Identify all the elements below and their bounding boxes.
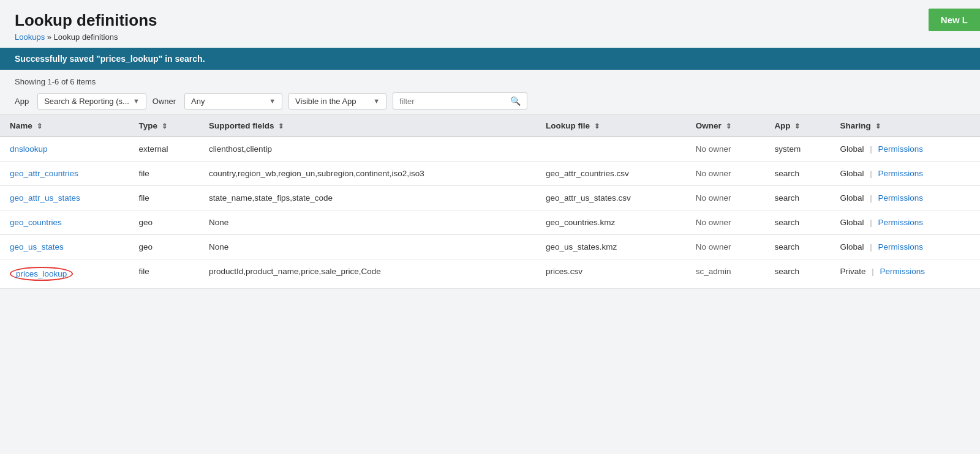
owner-sort-icon: ⇕: [726, 122, 731, 130]
row-supported-fields-cell: None: [199, 210, 536, 235]
pipe-separator: |: [870, 242, 872, 251]
owner-filter-label: Owner: [153, 97, 176, 106]
row-name-cell: prices_lookup: [0, 259, 129, 289]
row-type-cell: external: [129, 137, 199, 162]
row-app-cell: search: [764, 210, 830, 235]
col-header-type[interactable]: Type ⇕: [129, 115, 199, 137]
filter-input-wrap[interactable]: 🔍: [393, 92, 527, 110]
col-header-sharing[interactable]: Sharing ⇕: [831, 115, 981, 137]
table-header-row: Name ⇕ Type ⇕ Supported fields ⇕ Lookup …: [0, 115, 980, 137]
row-lookup-file-cell: geo_countries.kmz: [536, 210, 686, 235]
row-sharing-cell: Global | Permissions: [831, 162, 981, 186]
lookup-name-link[interactable]: dnslookup: [10, 144, 48, 154]
lookup-name-link[interactable]: geo_attr_countries: [10, 169, 78, 178]
row-app-cell: search: [764, 186, 830, 210]
table-row: geo_attr_us_statesfilestate_name,state_f…: [0, 186, 980, 210]
row-app-cell: search: [764, 259, 830, 289]
toolbar: Showing 1-6 of 6 items App Search & Repo…: [0, 70, 980, 114]
table-row: geo_attr_countriesfilecountry,region_wb,…: [0, 162, 980, 186]
table-row: geo_us_statesgeoNonegeo_us_states.kmzNo …: [0, 235, 980, 259]
app-filter-value: Search & Reporting (s...: [44, 97, 129, 106]
col-header-lookup-file[interactable]: Lookup file ⇕: [536, 115, 686, 137]
row-app-cell: system: [764, 137, 830, 162]
supported-fields-sort-icon: ⇕: [278, 122, 284, 130]
app-sort-icon: ⇕: [794, 122, 800, 130]
showing-label: Showing 1-6 of 6 items: [15, 77, 965, 86]
permissions-link[interactable]: Permissions: [878, 144, 924, 154]
lookup-name-link[interactable]: geo_countries: [10, 218, 62, 227]
new-lookup-button[interactable]: New L: [929, 9, 980, 31]
app-filter-chevron: ▼: [133, 97, 140, 105]
permissions-link[interactable]: Permissions: [878, 169, 924, 178]
row-type-cell: file: [129, 186, 199, 210]
row-owner-cell: No owner: [686, 162, 765, 186]
lookup-name-link[interactable]: geo_attr_us_states: [10, 193, 80, 203]
visibility-filter-value: Visible in the App: [295, 97, 369, 106]
permissions-link[interactable]: Permissions: [880, 267, 925, 276]
pipe-separator: |: [870, 144, 872, 154]
row-owner-cell: No owner: [686, 137, 765, 162]
lookup-name-link[interactable]: prices_lookup: [16, 269, 67, 278]
lookups-link[interactable]: Lookups: [15, 32, 45, 42]
row-sharing-cell: Global | Permissions: [831, 186, 981, 210]
app-filter-label: App: [15, 97, 29, 106]
row-name-cell: geo_countries: [0, 210, 129, 235]
owner-filter-select[interactable]: Any ▼: [184, 93, 282, 110]
app-filter-select[interactable]: Search & Reporting (s... ▼: [37, 93, 146, 110]
row-sharing-cell: Private | Permissions: [831, 259, 981, 289]
col-header-name[interactable]: Name ⇕: [0, 115, 129, 137]
row-lookup-file-cell: geo_us_states.kmz: [536, 235, 686, 259]
row-sharing-cell: Global | Permissions: [831, 137, 981, 162]
row-lookup-file-cell: prices.csv: [536, 259, 686, 289]
pipe-separator: |: [870, 218, 872, 227]
sharing-sort-icon: ⇕: [875, 122, 881, 130]
owner-filter-value: Any: [191, 97, 265, 106]
visibility-filter-select[interactable]: Visible in the App ▼: [288, 93, 386, 110]
row-type-cell: file: [129, 259, 199, 289]
lookup-name-link[interactable]: geo_us_states: [10, 242, 64, 251]
row-owner-cell: No owner: [686, 235, 765, 259]
row-owner-cell: No owner: [686, 210, 765, 235]
row-app-cell: search: [764, 235, 830, 259]
row-type-cell: file: [129, 162, 199, 186]
row-supported-fields-cell: None: [199, 235, 536, 259]
search-icon: 🔍: [510, 96, 521, 106]
permissions-link[interactable]: Permissions: [878, 193, 924, 203]
table-row: dnslookupexternalclienthost,clientipNo o…: [0, 137, 980, 162]
row-sharing-cell: Global | Permissions: [831, 210, 981, 235]
row-name-cell: geo_attr_countries: [0, 162, 129, 186]
filters: App Search & Reporting (s... ▼ Owner Any…: [15, 92, 965, 110]
row-type-cell: geo: [129, 235, 199, 259]
success-message: Successfully saved "prices_lookup" in se…: [15, 54, 205, 64]
header-area: Lookup definitions Lookups » Lookup defi…: [0, 0, 980, 48]
row-name-cell: geo_attr_us_states: [0, 186, 129, 210]
pipe-separator: |: [872, 267, 874, 276]
permissions-link[interactable]: Permissions: [878, 218, 924, 227]
row-sharing-cell: Global | Permissions: [831, 235, 981, 259]
permissions-link[interactable]: Permissions: [878, 242, 924, 251]
success-banner: Successfully saved "prices_lookup" in se…: [0, 48, 980, 70]
row-owner-cell: No owner: [686, 186, 765, 210]
filter-input[interactable]: [399, 97, 510, 106]
table-row: prices_lookupfileproductId,product_name,…: [0, 259, 980, 289]
breadcrumb: Lookups » Lookup definitions: [15, 32, 965, 42]
page-wrapper: Lookup definitions Lookups » Lookup defi…: [0, 0, 980, 454]
col-header-owner[interactable]: Owner ⇕: [686, 115, 765, 137]
row-owner-cell: sc_admin: [686, 259, 765, 289]
breadcrumb-separator: » Lookup definitions: [47, 32, 118, 42]
row-supported-fields-cell: clienthost,clientip: [199, 137, 536, 162]
row-name-cell: dnslookup: [0, 137, 129, 162]
table-container: Name ⇕ Type ⇕ Supported fields ⇕ Lookup …: [0, 114, 980, 289]
name-sort-icon: ⇕: [37, 122, 42, 130]
pipe-separator: |: [870, 193, 872, 203]
owner-filter-chevron: ▼: [269, 97, 276, 105]
row-app-cell: search: [764, 162, 830, 186]
row-lookup-file-cell: geo_attr_countries.csv: [536, 162, 686, 186]
page-title: Lookup definitions: [15, 11, 965, 30]
col-header-app[interactable]: App ⇕: [764, 115, 830, 137]
lookup-file-sort-icon: ⇕: [594, 122, 600, 130]
col-header-supported-fields[interactable]: Supported fields ⇕: [199, 115, 536, 137]
row-supported-fields-cell: productId,product_name,price,sale_price,…: [199, 259, 536, 289]
pipe-separator: |: [870, 169, 872, 178]
row-supported-fields-cell: country,region_wb,region_un,subregion,co…: [199, 162, 536, 186]
